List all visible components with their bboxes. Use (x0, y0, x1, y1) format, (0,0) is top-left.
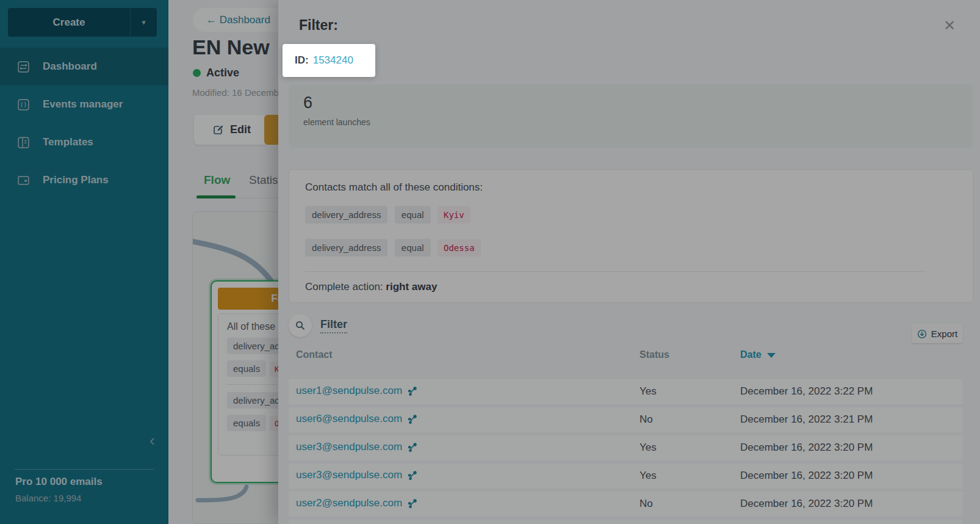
app-root: Create ▾ Dashboard Events manager (0, 0, 980, 524)
id-value-link[interactable]: 1534240 (313, 54, 353, 67)
spotlight-id-box: ID: 1534240 (283, 44, 375, 77)
tour-dim-overlay[interactable] (0, 0, 980, 524)
id-label: ID: (295, 54, 309, 67)
